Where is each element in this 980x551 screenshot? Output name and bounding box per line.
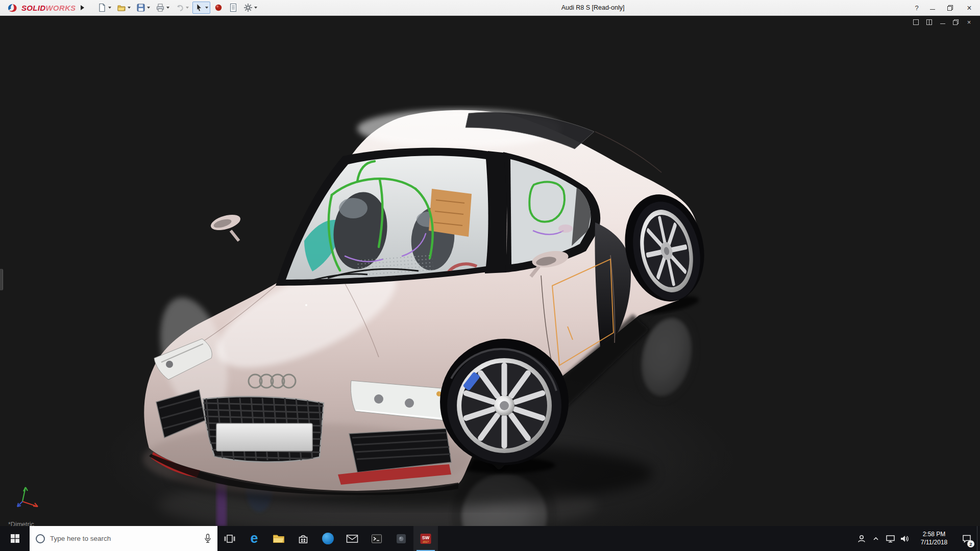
action-center-button[interactable]: 2 <box>957 526 977 551</box>
mail-button[interactable] <box>340 526 364 551</box>
windows-taskbar: Type here to search e <box>0 526 980 551</box>
undo-icon <box>175 3 184 12</box>
close-button[interactable]: × <box>959 0 980 16</box>
chevron-up-icon <box>872 536 879 542</box>
clock-time: 2:58 PM <box>923 531 946 539</box>
window-title: Audi R8 S [Read-only] <box>561 4 625 11</box>
app-icon <box>396 533 407 544</box>
task-view-icon <box>224 533 236 544</box>
edge-button[interactable]: e <box>242 526 266 551</box>
windows-logo-icon <box>11 534 19 543</box>
taskbar-clock[interactable]: 2:58 PM 7/11/2018 <box>912 526 957 551</box>
document-window-controls: × <box>912 18 973 26</box>
solidworks-logo: SOLIDWORKS <box>6 3 76 13</box>
dropdown-arrow-icon <box>108 7 111 9</box>
notification-badge: 2 <box>967 540 974 547</box>
select-cursor-icon <box>194 3 204 12</box>
speaker-icon <box>900 534 910 543</box>
undo-button[interactable] <box>173 2 191 14</box>
start-button[interactable] <box>0 526 30 551</box>
file-properties-icon <box>229 3 238 12</box>
doc-minimize-icon <box>940 20 945 25</box>
left-mirror <box>209 212 242 241</box>
person-icon <box>857 534 866 543</box>
license-plate <box>216 423 312 451</box>
command-prompt-button[interactable] <box>364 526 389 551</box>
orientation-triad <box>13 481 43 511</box>
blue-circle-app-icon <box>322 533 334 544</box>
show-desktop-button[interactable] <box>977 526 980 551</box>
file-properties-button[interactable] <box>227 2 240 14</box>
doc-close-button[interactable]: × <box>965 18 973 26</box>
graphics-area[interactable]: × *Dimetric <box>0 16 980 526</box>
save-button[interactable] <box>134 2 152 14</box>
rebuild-button[interactable] <box>212 2 225 14</box>
search-placeholder: Type here to search <box>50 535 199 542</box>
cascade-icon <box>926 19 932 25</box>
doc-restore-icon <box>953 19 959 25</box>
doc-new-window-button[interactable] <box>912 18 920 26</box>
menu-flyout-arrow-icon[interactable] <box>81 5 84 10</box>
window-controls: ? × <box>910 0 980 16</box>
hidden-icons-button[interactable] <box>869 526 883 551</box>
save-icon <box>136 3 145 12</box>
network-icon <box>886 534 895 543</box>
view-orientation-label: *Dimetric <box>8 521 34 526</box>
new-document-icon <box>97 3 107 12</box>
minimize-button[interactable] <box>924 0 941 16</box>
doc-cascade-button[interactable] <box>925 18 933 26</box>
dropdown-arrow-icon <box>128 7 131 9</box>
store-bag-icon <box>298 533 309 544</box>
restore-icon <box>947 5 953 11</box>
task-view-button[interactable] <box>217 526 242 551</box>
microphone-icon[interactable] <box>204 534 211 543</box>
gear-icon <box>243 3 253 12</box>
people-button[interactable] <box>854 526 869 551</box>
messaging-app-button[interactable] <box>315 526 340 551</box>
dropdown-arrow-icon <box>254 7 257 9</box>
rebuild-icon <box>214 3 223 12</box>
options-button[interactable] <box>241 2 259 14</box>
svg-text:2017: 2017 <box>423 540 429 543</box>
open-folder-icon <box>117 3 126 12</box>
solidworks-taskbar-button[interactable]: SW 2017 <box>413 526 438 551</box>
3ds-logo-icon <box>6 3 18 13</box>
collapsed-panel-tab[interactable] <box>0 269 3 290</box>
folder-icon <box>273 534 285 544</box>
print-button[interactable] <box>154 2 172 14</box>
restore-button[interactable] <box>941 0 959 16</box>
store-button[interactable] <box>291 526 315 551</box>
volume-button[interactable] <box>897 526 912 551</box>
edge-icon: e <box>250 532 258 545</box>
main-toolbar <box>95 2 259 14</box>
command-prompt-icon <box>371 534 382 544</box>
front-wheel <box>440 339 569 465</box>
doc-restore-button[interactable] <box>952 18 960 26</box>
brand-name: SOLIDWORKS <box>21 4 76 12</box>
solidworks-app-icon: SW 2017 <box>420 533 432 545</box>
network-button[interactable] <box>883 526 897 551</box>
cortana-icon <box>36 534 45 543</box>
taskbar-search[interactable]: Type here to search <box>30 526 217 551</box>
print-icon <box>156 3 165 12</box>
dropdown-arrow-icon <box>186 7 189 9</box>
app-button[interactable] <box>389 526 413 551</box>
dropdown-arrow-icon <box>205 7 208 9</box>
svg-text:SW: SW <box>422 535 430 540</box>
system-tray: 2:58 PM 7/11/2018 2 <box>854 526 980 551</box>
help-button[interactable]: ? <box>910 0 924 16</box>
new-document-button[interactable] <box>95 2 113 14</box>
car-render <box>0 16 980 526</box>
doc-minimize-button[interactable] <box>939 18 946 26</box>
new-window-icon <box>913 19 919 25</box>
file-explorer-button[interactable] <box>266 526 291 551</box>
open-button[interactable] <box>115 2 133 14</box>
select-tool-button[interactable] <box>192 2 210 14</box>
mail-envelope-icon <box>346 534 358 543</box>
dropdown-arrow-icon <box>166 7 169 9</box>
dropdown-arrow-icon <box>147 7 150 9</box>
minimize-icon <box>930 6 935 11</box>
app-titlebar: SOLIDWORKS <box>0 0 980 16</box>
clock-date: 7/11/2018 <box>921 539 948 547</box>
